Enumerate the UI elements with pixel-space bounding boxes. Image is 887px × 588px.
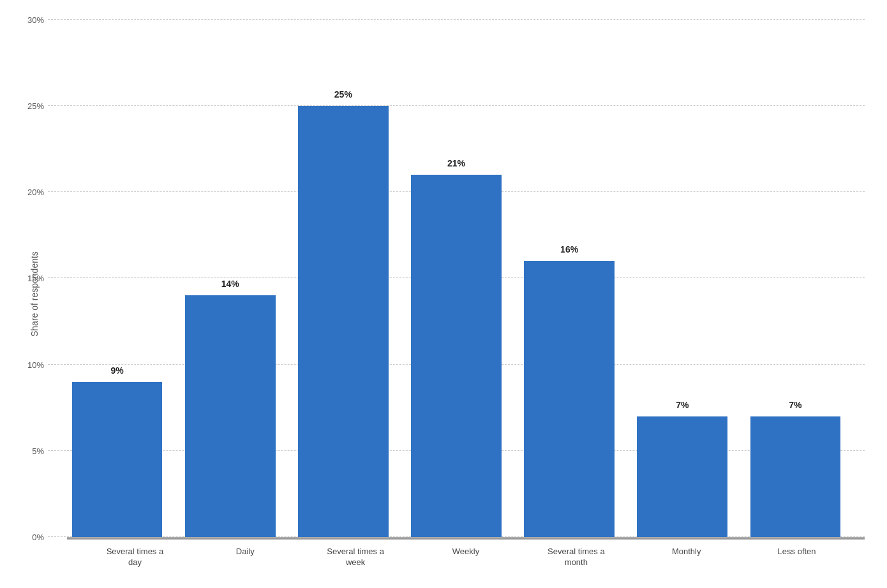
x-axis: Several times adayDailySeveral times awe… <box>67 538 865 568</box>
bar-group: 7% <box>739 20 852 537</box>
grid-and-bars: 30%25%20%15%10%5%0% 9%14%25%21%16%7%7% <box>48 20 865 537</box>
bar: 14% <box>185 295 276 536</box>
x-axis-label: Several times aday <box>80 540 190 568</box>
bar: 21% <box>411 175 502 537</box>
bars-row: 9%14%25%21%16%7%7% <box>48 20 865 537</box>
y-tick-label: 20% <box>17 187 44 197</box>
chart-container: Share of respondents 30%25%20%15%10%5%0%… <box>22 20 865 568</box>
y-tick-label: 5% <box>17 446 44 455</box>
bar-group: 16% <box>513 20 626 537</box>
bar: 7% <box>637 416 727 537</box>
y-tick-label: 10% <box>17 360 44 369</box>
x-axis-label: Weekly <box>411 540 521 568</box>
bar: 9% <box>72 382 163 537</box>
y-tick-label: 15% <box>17 274 44 283</box>
y-tick-label: 25% <box>17 101 44 111</box>
bar-value-label: 21% <box>411 158 502 168</box>
bar-value-label: 14% <box>185 279 276 289</box>
x-axis-label: Monthly <box>631 540 742 568</box>
bar-group: 7% <box>626 20 739 537</box>
bar-value-label: 7% <box>637 400 727 410</box>
chart-inner: 30%25%20%15%10%5%0% 9%14%25%21%16%7%7% S… <box>41 20 865 568</box>
y-tick-label: 0% <box>17 532 44 541</box>
x-axis-label: Less often <box>742 540 852 568</box>
bar-group: 25% <box>287 20 399 537</box>
bar-group: 14% <box>174 20 287 537</box>
bar: 25% <box>298 106 389 537</box>
x-axis-label: Several times aweek <box>301 540 411 568</box>
chart-area: Share of respondents 30%25%20%15%10%5%0%… <box>22 20 865 568</box>
bar-value-label: 25% <box>298 89 389 99</box>
bar-group: 21% <box>399 20 512 537</box>
bar: 16% <box>524 261 615 536</box>
bar: 7% <box>750 416 841 537</box>
x-axis-label: Several times amonth <box>521 540 631 568</box>
bar-value-label: 9% <box>72 365 163 376</box>
y-tick-label: 30% <box>17 15 44 25</box>
bar-value-label: 16% <box>524 244 615 254</box>
bar-value-label: 7% <box>750 400 841 410</box>
bar-group: 9% <box>61 20 174 537</box>
x-axis-label: Daily <box>190 540 301 568</box>
